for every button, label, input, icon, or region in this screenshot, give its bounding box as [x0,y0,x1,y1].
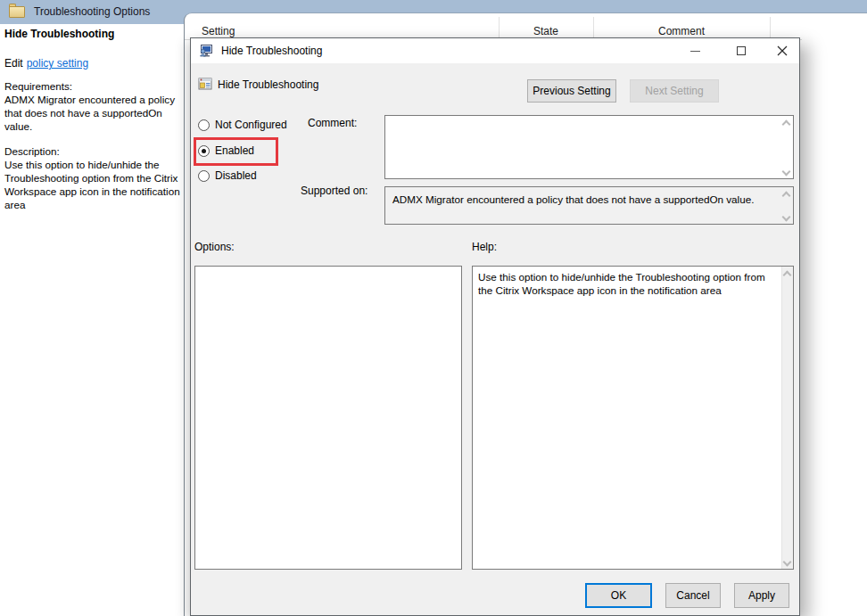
column-separator [593,17,594,39]
radio-circle[interactable] [198,119,210,131]
scroll-down-icon[interactable] [782,168,791,177]
edit-policy-row: Editpolicy setting [4,57,88,70]
radio-not-configured[interactable]: Not Configured [198,119,287,131]
help-label: Help: [472,241,497,253]
supported-on-label: Supported on: [301,185,367,197]
radio-disabled[interactable]: Disabled [198,169,257,182]
options-label: Options: [194,241,235,253]
help-scrollbar[interactable] [781,267,793,569]
scroll-up-icon[interactable] [782,192,791,201]
edit-prefix: Edit [4,57,23,70]
radio-label[interactable]: Disabled [215,169,257,182]
column-header-state[interactable]: State [499,25,593,37]
scroll-up-icon[interactable] [782,120,791,129]
next-setting-button[interactable]: Next Setting [630,79,719,103]
requirements-text: ADMX Migrator encountered a policy that … [4,93,182,133]
folder-icon [9,6,25,18]
supported-on-value: ADMX Migrator encountered a policy that … [392,193,754,205]
policy-setting-link[interactable]: policy setting [27,57,88,70]
close-icon [777,45,788,56]
extended-info-pane: Hide Troubleshooting Editpolicy setting … [0,24,184,616]
close-button[interactable] [767,38,797,63]
radio-enabled[interactable]: Enabled [198,144,254,157]
group-policy-icon [199,44,213,58]
cancel-button[interactable]: Cancel [665,583,721,608]
minimize-icon [690,51,700,52]
radio-circle-checked[interactable] [198,145,210,157]
column-separator [770,17,771,39]
scroll-down-icon[interactable] [783,558,792,567]
description-block: Description: Use this option to hide/unh… [4,144,182,211]
dialog-title: Hide Troubleshooting [221,45,322,57]
previous-setting-button[interactable]: Previous Setting [527,79,616,103]
ok-button[interactable]: OK [585,583,652,608]
help-text: Use this option to hide/unhide the Troub… [478,270,774,297]
policy-setting-icon [198,77,212,91]
radio-circle[interactable] [198,170,210,182]
column-separator [499,17,500,39]
options-panel [194,266,462,570]
maximize-button[interactable] [726,38,756,63]
comment-textarea[interactable] [384,115,794,179]
radio-label[interactable]: Not Configured [215,119,287,131]
dialog-setting-name: Hide Troubleshooting [218,78,318,91]
apply-button[interactable]: Apply [734,583,789,608]
scroll-down-icon[interactable] [782,213,791,222]
supported-on-textarea: ADMX Migrator encountered a policy that … [384,186,794,225]
maximize-icon [737,46,746,55]
policy-folder-title: Troubleshooting Options [34,5,150,18]
column-header-comment[interactable]: Comment [593,25,770,37]
description-label: Description: [4,144,182,158]
description-text: Use this option to hide/unhide the Troub… [4,158,182,211]
comment-label: Comment: [308,117,357,129]
requirements-block: Requirements: ADMX Migrator encountered … [4,79,182,133]
minimize-button[interactable] [680,38,710,63]
dialog-titlebar[interactable]: Hide Troubleshooting [191,38,799,63]
scroll-up-icon[interactable] [783,271,792,280]
selected-setting-title: Hide Troubleshooting [4,28,114,40]
group-policy-editor-window: Troubleshooting Options Setting State Co… [0,0,867,616]
help-panel: Use this option to hide/unhide the Troub… [472,266,794,570]
column-header-setting[interactable]: Setting [202,25,235,37]
radio-label[interactable]: Enabled [215,144,254,157]
policy-setting-dialog: Hide Troubleshooting Hide Troubleshootin… [190,37,800,616]
requirements-label: Requirements: [4,79,182,93]
